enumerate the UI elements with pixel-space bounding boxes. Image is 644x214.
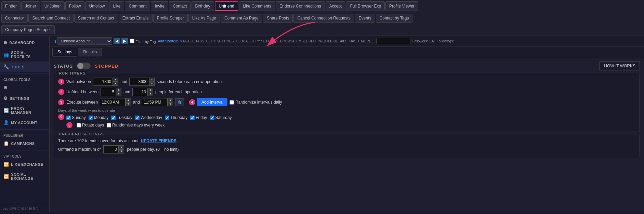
nav-btn-comment-as-page[interactable]: Comment As Page <box>221 14 262 23</box>
rotate-days-checkbox[interactable] <box>77 123 81 128</box>
sidebar-item-tools[interactable]: 🔧 Tools <box>0 62 49 72</box>
max-val-input[interactable] <box>103 145 119 153</box>
nav-btn-connector[interactable]: Connector <box>1 14 28 23</box>
sidebar-item-proxy-manager[interactable]: 🔄 Proxy Manager <box>0 104 49 117</box>
sidebar-item-settings[interactable]: ⚙ Settings <box>0 93 49 104</box>
nav-btn-finder[interactable]: Finder <box>1 1 21 11</box>
prev-account-btn[interactable]: ◀ <box>114 38 120 44</box>
randomise-days-checkbox[interactable] <box>107 123 111 128</box>
browse-embedded-link[interactable]: BROWSE EMBEDDED <box>280 39 316 43</box>
sidebar-item-my-account[interactable]: 👤 My Account <box>0 117 49 128</box>
max-val-up[interactable]: ▲ <box>119 145 124 149</box>
step1-val2-input[interactable] <box>129 78 149 86</box>
randomise-days-label[interactable]: Randomise days every week <box>107 123 165 128</box>
tab-settings[interactable]: Settings <box>52 48 77 56</box>
nav-btn-unfollow[interactable]: Unfollow <box>85 1 108 11</box>
manage-tabs-link[interactable]: MANAGE TABS <box>180 39 204 43</box>
nav-btn-joiner[interactable]: Joiner <box>21 1 40 11</box>
add-interval-btn[interactable]: Add Interval <box>197 98 227 106</box>
day-saturday-checkbox[interactable] <box>210 116 214 120</box>
randomize-checkbox[interactable] <box>229 100 234 105</box>
step3-time2-up[interactable]: ▲ <box>168 98 173 102</box>
nav-btn-cancel-connection-requests[interactable]: Cancel Connection Requests <box>293 14 354 23</box>
global-copy-settings-link[interactable]: GLOBAL COPY SETTINGS <box>236 39 278 43</box>
nav-btn-events[interactable]: Events <box>355 14 375 23</box>
nav-btn-extract-emails[interactable]: Extract Emails <box>119 14 153 23</box>
nav-btn-unjoiner[interactable]: UnJoiner <box>41 1 65 11</box>
nav-btn-unfriend[interactable]: Unfriend <box>215 1 238 11</box>
step2-val2-up[interactable]: ▲ <box>148 88 153 92</box>
nav-btn-birthday[interactable]: Birthday <box>192 1 214 11</box>
sidebar-item-social-exchange[interactable]: 🔁 SOCIAL EXCHANGE <box>0 170 49 183</box>
delete-interval-btn[interactable]: 🗑 <box>175 98 184 106</box>
nav-btn-contact-by-tags[interactable]: Contact by Tags <box>376 14 413 23</box>
day-sunday-label[interactable]: Sunday <box>66 115 86 120</box>
sidebar-item-campaigns[interactable]: 📋 CAMPAIGNS <box>0 138 49 149</box>
day-monday-checkbox[interactable] <box>89 116 93 120</box>
nav-btn-profile-viewer[interactable]: Profile Viewer <box>385 1 418 11</box>
copy-settings-link[interactable]: COPY SETTINGS <box>206 39 234 43</box>
nav-btn-endorse-connnections[interactable]: Endorse Connnections <box>276 1 325 11</box>
day-thursday-label[interactable]: Thursday <box>165 115 187 120</box>
step1-val1-down[interactable]: ▼ <box>113 82 118 86</box>
step3-time1-input[interactable] <box>100 98 126 106</box>
step1-val1-up[interactable]: ▲ <box>113 78 118 82</box>
day-sunday-checkbox[interactable] <box>66 116 71 120</box>
add-shortcut-link[interactable]: Add Shortcut <box>158 39 178 43</box>
nav-btn-contact[interactable]: Contact <box>169 1 190 11</box>
nav-btn-invite[interactable]: Invite <box>151 1 168 11</box>
day-saturday-label[interactable]: Saturday <box>210 115 232 120</box>
nav-btn-like-as-page[interactable]: Like As Page <box>188 14 220 23</box>
how-it-works-button[interactable]: HOW IT WORKS <box>600 62 640 70</box>
dash-link[interactable]: DASH <box>350 39 359 43</box>
day-monday-label[interactable]: Monday <box>89 115 109 120</box>
update-friends-btn[interactable]: UPDATE FRIENDS <box>141 138 176 143</box>
more-link[interactable]: MORE... <box>361 39 374 43</box>
day-tuesday-label[interactable]: Tuesday <box>111 115 132 120</box>
step2-val1-down[interactable]: ▼ <box>116 92 121 96</box>
max-val-down[interactable]: ▼ <box>119 149 124 153</box>
step1-val2-down[interactable]: ▼ <box>149 82 155 86</box>
day-wednesday-label[interactable]: Wednesday <box>135 115 162 120</box>
nav-btn-share-posts[interactable]: Share Posts <box>263 14 293 23</box>
nav-btn-search-and-connect[interactable]: Search and Connect <box>28 14 73 23</box>
sidebar-item-global-tools[interactable]: ⚙ <box>0 82 49 93</box>
step3-time1-up[interactable]: ▲ <box>126 98 131 102</box>
nav-btn-follow[interactable]: Follow <box>65 1 85 11</box>
step2-val2-down[interactable]: ▼ <box>148 92 153 96</box>
day-friday-label[interactable]: Friday <box>190 115 207 120</box>
nav-btn-like-comments[interactable]: Like Comments <box>239 1 275 11</box>
nav-btn-search-and-contact[interactable]: Search and Contact <box>74 14 118 23</box>
day-friday-checkbox[interactable] <box>190 116 195 120</box>
step3-time1-down[interactable]: ▼ <box>126 102 131 106</box>
step2-val1-up[interactable]: ▲ <box>116 88 121 92</box>
nav-btn-profile-scraper[interactable]: Profile Scraper <box>153 14 188 23</box>
nav-btn-company-pages-scraper[interactable]: Company Pages Scraper <box>1 25 55 34</box>
step3-time2-down[interactable]: ▼ <box>168 102 173 106</box>
nav-btn-comment[interactable]: Comment <box>125 1 150 11</box>
rotate-days-label[interactable]: Rotate days <box>77 123 104 128</box>
nav-btn-accept[interactable]: Accept <box>326 1 346 11</box>
step1-val1-input[interactable] <box>93 78 113 86</box>
day-thursday-checkbox[interactable] <box>165 116 169 120</box>
nav-btn-full-browser-exp[interactable]: Full Browser Exp <box>346 1 385 11</box>
day-wednesday-checkbox[interactable] <box>135 116 140 120</box>
sidebar-item-like-exchange[interactable]: 🔁 LIKE EXCHANGE <box>0 159 49 170</box>
sidebar-item-social-profiles[interactable]: 👥 Social Profiles <box>0 48 49 62</box>
status-toggle[interactable] <box>77 63 91 69</box>
nav-btn-like[interactable]: Like <box>109 1 124 11</box>
sidebar-item-dashboard[interactable]: ⊕ Dashboard <box>0 37 49 48</box>
next-account-btn[interactable]: ▶ <box>121 38 128 44</box>
filter-by-tag-checkbox[interactable] <box>130 39 134 43</box>
step2-val2-input[interactable] <box>132 88 148 96</box>
step2-val1-input[interactable] <box>101 88 116 96</box>
randomize-label[interactable]: Randomize intervals daily <box>229 100 282 105</box>
profile-details-link[interactable]: PROFILE DETAILS <box>318 39 347 43</box>
tab-results[interactable]: Results <box>78 48 102 56</box>
day-tuesday-checkbox[interactable] <box>111 116 116 120</box>
step3-time2-input[interactable] <box>142 98 168 106</box>
filter-by-tag-label[interactable]: Filter by Tag <box>130 39 156 44</box>
step1-val2-up[interactable]: ▲ <box>149 78 155 82</box>
search-input[interactable] <box>376 38 410 44</box>
account-selector[interactable]: Linkedin Account 1 <box>57 37 112 45</box>
